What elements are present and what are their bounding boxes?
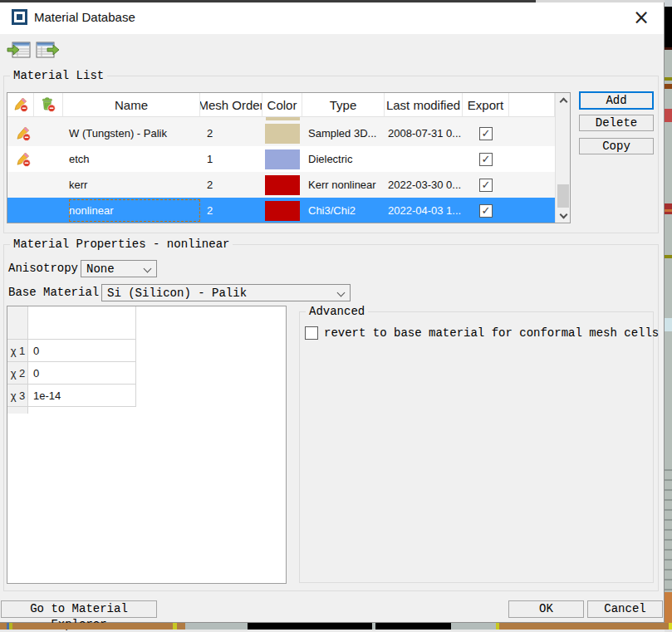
- material-name: kerr: [69, 174, 200, 196]
- chi2-row: χ 2 0: [7, 362, 136, 385]
- chi3-row: χ 3 1e-14: [7, 385, 136, 407]
- row-edit-pencil-icon: [16, 126, 31, 141]
- delete-button[interactable]: Delete: [579, 115, 654, 131]
- base-material-value: Si (Silicon) - Palik: [107, 287, 247, 300]
- copy-button[interactable]: Copy: [579, 138, 654, 154]
- chi-header-blank: [7, 306, 136, 340]
- base-material-label: Base Material: [8, 286, 99, 299]
- last-modified-cell: 2008-07-31 0...: [385, 120, 463, 146]
- chi1-value[interactable]: 0: [29, 340, 136, 361]
- export-checkbox[interactable]: ✓: [479, 127, 493, 140]
- mesh-order-cell: 2: [200, 198, 262, 223]
- row-color-swatch[interactable]: [265, 201, 300, 221]
- anisotropy-label: Anisotropy: [8, 262, 78, 275]
- export-checkbox[interactable]: ✓: [479, 153, 493, 166]
- delete-column-header[interactable]: [34, 93, 63, 117]
- material-name: etch: [69, 148, 200, 170]
- partial-row-swatch: [266, 117, 300, 120]
- row-color-swatch[interactable]: [265, 124, 300, 144]
- type-cell: Chi3/Chi2: [302, 198, 385, 223]
- export-checkbox[interactable]: ✓: [479, 179, 493, 192]
- base-material-select[interactable]: Si (Silicon) - Palik: [101, 284, 351, 301]
- scroll-down-icon[interactable]: [556, 209, 571, 223]
- last-modified-cell: [385, 146, 463, 172]
- table-row[interactable]: W (Tungsten) - Palik 2 Sampled 3D... 200…: [7, 120, 555, 146]
- column-header-name[interactable]: Name: [63, 93, 200, 117]
- chi3-value[interactable]: 1e-14: [29, 385, 136, 406]
- revert-checkbox[interactable]: [305, 326, 318, 340]
- cancel-button[interactable]: Cancel: [587, 600, 663, 618]
- dialog-title: Material Database: [34, 10, 135, 24]
- titlebar: Material Database ×: [0, 2, 664, 34]
- table-row[interactable]: etch 1 Dielectric ✓: [7, 146, 555, 172]
- anisotropy-select[interactable]: None: [81, 260, 157, 277]
- screen: Material Database × Material List: [0, 0, 672, 632]
- advanced-group-label: Advanced: [306, 305, 368, 318]
- column-header-type[interactable]: Type: [302, 93, 385, 117]
- chevron-down-icon: [144, 265, 152, 273]
- go-to-material-explorer-button[interactable]: Go to Material Explorer: [1, 600, 157, 618]
- table-row[interactable]: kerr 2 Kerr nonlinear 2022-03-30 0... ✓: [7, 172, 555, 198]
- scrollbar-thumb[interactable]: [557, 184, 569, 208]
- export-checkbox[interactable]: ✓: [479, 204, 493, 218]
- type-cell: Kerr nonlinear: [302, 172, 385, 198]
- column-header-color[interactable]: Color: [262, 93, 302, 117]
- export-material-icon[interactable]: [35, 39, 60, 61]
- edit-column-header[interactable]: [7, 93, 34, 117]
- type-cell: Sampled 3D...: [302, 120, 385, 146]
- close-icon[interactable]: ×: [629, 4, 654, 31]
- chi1-row: χ 1 0: [7, 340, 136, 362]
- background-app-edge: [665, 0, 672, 632]
- table-scrollbar[interactable]: [555, 93, 570, 223]
- material-name: W (Tungsten) - Palik: [69, 122, 200, 145]
- material-list-group-label: Material List: [10, 69, 107, 82]
- anisotropy-value: None: [86, 262, 115, 276]
- ok-button[interactable]: OK: [508, 600, 584, 618]
- mesh-order-cell: 1: [200, 146, 262, 172]
- mesh-order-cell: 2: [200, 120, 262, 146]
- material-properties-group-label: Material Properties - nonlinear: [10, 238, 233, 251]
- mesh-order-cell: 2: [200, 172, 262, 198]
- last-modified-cell: 2022-03-30 0...: [385, 172, 463, 198]
- table-row[interactable]: nonlinear 2 Chi3/Chi2 2022-04-03 1... ✓: [7, 198, 555, 223]
- import-material-icon[interactable]: [7, 39, 32, 61]
- partially-visible-row: [7, 117, 555, 120]
- revert-checkbox-label: revert to base material for conformal me…: [324, 326, 659, 340]
- column-header-filler: [509, 93, 555, 117]
- chi3-label: χ 3: [7, 385, 28, 406]
- advanced-group: Advanced revert to base material for con…: [299, 311, 654, 583]
- material-name: nonlinear: [69, 199, 200, 222]
- chi2-value[interactable]: 0: [29, 362, 136, 384]
- material-database-dialog: Material Database × Material List: [0, 0, 665, 623]
- column-header-last-modified[interactable]: Last modified: [385, 93, 463, 117]
- scroll-up-icon[interactable]: [556, 93, 571, 106]
- chi2-label: χ 2: [7, 362, 28, 384]
- pencil-minus-icon: [13, 97, 28, 112]
- row-color-swatch[interactable]: [265, 149, 300, 169]
- chi1-label: χ 1: [7, 340, 28, 361]
- trash-minus-icon: [41, 97, 56, 112]
- column-header-export[interactable]: Export: [463, 93, 509, 117]
- app-icon: [12, 9, 27, 25]
- chevron-down-icon: [337, 289, 346, 297]
- row-color-swatch[interactable]: [265, 175, 300, 195]
- background-app-bottom-edge: [0, 623, 672, 630]
- chi-table-panel: χ 1 0 χ 2 0 χ 3 1e-14: [7, 306, 287, 584]
- table-header-row: Name Mesh Order Color Type Last modified…: [7, 93, 555, 117]
- column-header-mesh-order[interactable]: Mesh Order: [200, 93, 262, 117]
- last-modified-cell: 2022-04-03 1...: [385, 198, 463, 223]
- row-edit-pencil-icon: [16, 152, 31, 167]
- add-button[interactable]: Add: [579, 91, 654, 110]
- type-cell: Dielectric: [302, 146, 385, 172]
- material-table: Name Mesh Order Color Type Last modified…: [7, 92, 571, 223]
